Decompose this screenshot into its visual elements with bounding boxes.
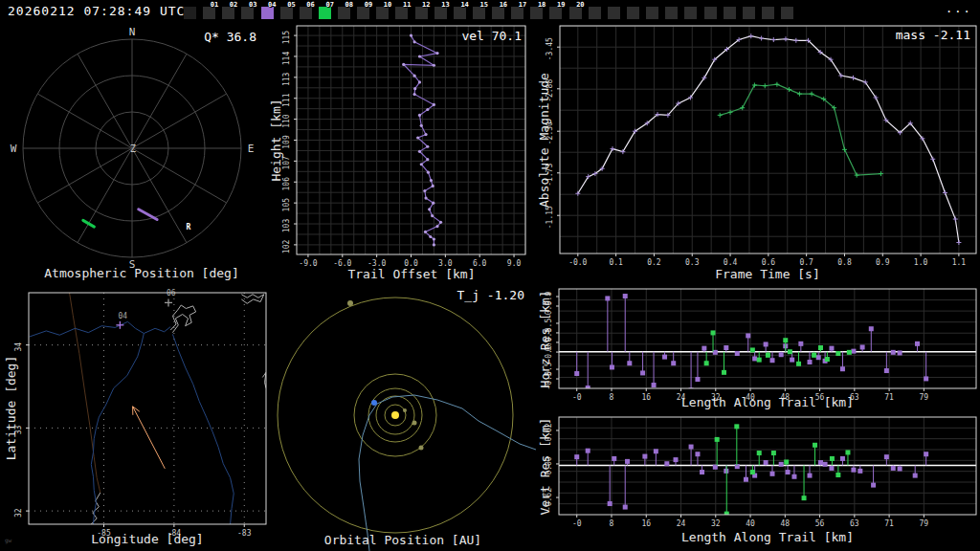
station-label: 16 <box>500 1 507 9</box>
cardinal-W: W <box>11 143 17 155</box>
station-box[interactable] <box>627 7 639 19</box>
svg-text:1.1: 1.1 <box>952 258 967 267</box>
svg-text:32: 32 <box>14 508 23 518</box>
station-box[interactable] <box>589 7 601 19</box>
station-box[interactable] <box>608 7 620 19</box>
station-box[interactable] <box>781 7 793 19</box>
station-box-19[interactable]: 19 <box>549 7 562 19</box>
x-ticks: -9.0-6.0-3.00.03.06.09.0 <box>299 254 521 268</box>
station-box-12[interactable]: 12 <box>415 7 428 19</box>
horz-res-xlabel: Length Along Trail [km] <box>643 395 892 409</box>
svg-text:105: 105 <box>282 198 291 212</box>
svg-text:16: 16 <box>641 519 651 528</box>
station-label: 07 <box>325 1 333 9</box>
station-box[interactable] <box>762 7 774 19</box>
lake-north <box>170 305 195 333</box>
station-box[interactable] <box>684 7 697 19</box>
series-horz-res-station7 <box>704 330 852 374</box>
station-box-fill <box>724 7 736 19</box>
station-box-16[interactable]: 16 <box>492 7 504 19</box>
map-ylabel: Latitude [deg] <box>4 313 18 504</box>
station-label: 18 <box>538 1 546 9</box>
station-box-11[interactable]: 11 <box>395 7 408 19</box>
station-box-20[interactable]: 20 <box>569 7 582 19</box>
river-east <box>172 334 234 524</box>
fireball-dashboard: { "header": { "datetime": "20260212 07:2… <box>0 0 980 551</box>
plot-frame <box>559 289 976 388</box>
station-box[interactable] <box>743 7 755 19</box>
station-box-01[interactable]: 01 <box>203 7 215 19</box>
magnitude-plot: -0.00.10.20.30.40.60.70.80.91.01.1-3.45-… <box>533 23 980 283</box>
svg-text:110: 110 <box>282 114 291 128</box>
svg-text:-0: -0 <box>572 393 582 402</box>
station-box-18[interactable]: 18 <box>530 7 543 19</box>
station-box-14[interactable]: 14 <box>454 7 466 19</box>
vert-res-ylabel: Vert Res [km] <box>538 371 552 551</box>
station-label: 01 <box>211 1 218 9</box>
x-ticks: -08162432404856637179 <box>572 515 928 528</box>
svg-text:111: 111 <box>282 93 291 107</box>
plot-frame <box>29 293 266 524</box>
svg-text:-0: -0 <box>572 519 582 528</box>
map-watermark: gw <box>5 537 11 543</box>
vert-res-xlabel: Length Along Trail [km] <box>643 530 892 544</box>
station-box-10[interactable]: 10 <box>376 7 389 19</box>
svg-text:106: 106 <box>282 177 291 191</box>
meteor-streak-0 <box>83 220 95 227</box>
svg-text:8: 8 <box>610 519 614 528</box>
sky-panel: NESWZR <box>0 23 270 283</box>
overflow-menu[interactable]: ... <box>946 2 972 15</box>
station-box[interactable] <box>646 7 658 19</box>
station-box-08[interactable]: 08 <box>338 7 350 19</box>
venus <box>412 421 417 426</box>
trail-velocity: vel 70.1 <box>402 29 522 43</box>
svg-text:115: 115 <box>282 31 291 45</box>
station-box-02[interactable]: 02 <box>222 7 234 19</box>
svg-text:0.7: 0.7 <box>799 258 813 267</box>
station-box[interactable] <box>665 7 678 19</box>
station-label: 05 <box>287 1 295 9</box>
trail-ylabel: Height [km] <box>269 45 283 236</box>
station-box-06[interactable]: 06 <box>300 7 312 19</box>
map-panel: 0406-85-84-83343332 <box>0 283 270 551</box>
station-box-fill <box>665 7 678 19</box>
station-box-09[interactable]: 09 <box>357 7 369 19</box>
station-box-fill <box>781 7 793 19</box>
station-box[interactable] <box>184 7 196 19</box>
station-box-13[interactable]: 13 <box>434 7 447 19</box>
svg-text:-0.0: -0.0 <box>568 258 587 267</box>
sky-xlabel: Atmospheric Position [deg] <box>15 266 268 280</box>
station-label: 20 <box>576 1 584 9</box>
svg-text:40: 40 <box>746 519 755 528</box>
station-label: 06 <box>306 1 314 9</box>
map-station-label: 04 <box>118 312 127 320</box>
station-label: 09 <box>365 1 372 9</box>
station-box-07[interactable]: 07 <box>319 7 331 19</box>
station-box-05[interactable]: 05 <box>280 7 293 19</box>
station-label: 12 <box>422 1 430 9</box>
svg-text:113: 113 <box>282 72 291 86</box>
station-label: 19 <box>557 1 565 9</box>
station-box-04[interactable]: 04 <box>261 7 274 19</box>
svg-text:0.2: 0.2 <box>647 258 661 267</box>
station-box[interactable] <box>704 7 717 19</box>
svg-text:0.1: 0.1 <box>609 258 623 267</box>
meteor-streak-1 <box>139 209 157 220</box>
station-box-15[interactable]: 15 <box>473 7 485 19</box>
map-station-06: 06 <box>165 289 176 306</box>
station-box[interactable] <box>724 7 736 19</box>
grid <box>297 26 525 254</box>
station-box-fill <box>743 7 755 19</box>
trail-xlabel: Trail Offset [km] <box>297 267 526 281</box>
station-box-03[interactable]: 03 <box>241 7 254 19</box>
mars <box>419 446 424 451</box>
magnitude-panel: -0.00.10.20.30.40.60.70.80.91.01.1-3.45-… <box>533 23 980 283</box>
station-box-17[interactable]: 17 <box>511 7 523 19</box>
station-box-fill <box>704 7 717 19</box>
mag-xlabel: Frame Time [s] <box>653 267 882 281</box>
sky-plot: NESWZR <box>0 23 270 283</box>
station-box-fill <box>184 7 196 19</box>
station-box-fill <box>589 7 601 19</box>
svg-text:103: 103 <box>282 219 291 233</box>
radiant-marker: R <box>187 223 191 231</box>
